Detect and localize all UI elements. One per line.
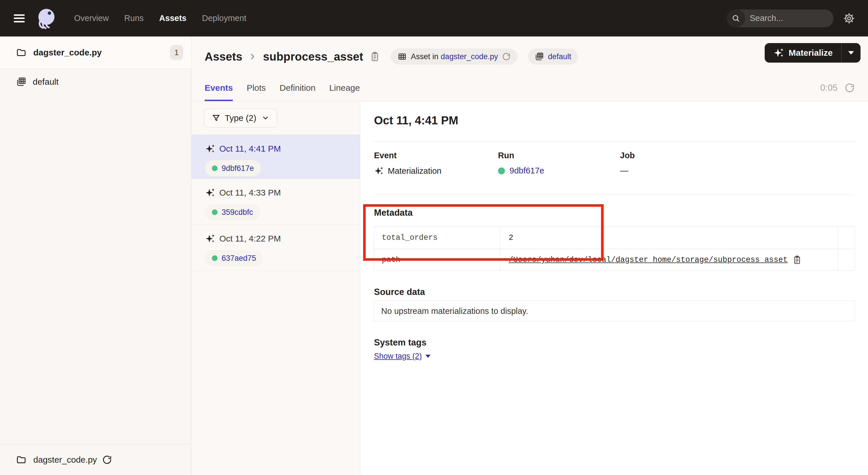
folder-icon bbox=[16, 455, 26, 465]
search-input[interactable] bbox=[745, 13, 834, 23]
event-timestamp-link[interactable]: Oct 11, 4:33 PM bbox=[219, 188, 281, 198]
materialize-dropdown-button[interactable] bbox=[842, 43, 861, 63]
tab-lineage[interactable]: Lineage bbox=[329, 83, 360, 101]
materialization-sparkle-icon bbox=[205, 234, 215, 244]
code-location-link[interactable]: dagster_code.py bbox=[441, 52, 498, 61]
nav-item-runs[interactable]: Runs bbox=[124, 13, 144, 23]
refresh-countdown: 0:05 bbox=[820, 83, 838, 93]
run-id-link[interactable]: 9dbf617e bbox=[509, 166, 544, 175]
asset-location-badge: Asset in dagster_code.py bbox=[391, 49, 518, 65]
asset-group-badge: default bbox=[528, 49, 578, 65]
source-data-heading: Source data bbox=[374, 287, 855, 297]
event-timestamp-link[interactable]: Oct 11, 4:41 PM bbox=[219, 144, 281, 154]
group-label: default bbox=[33, 77, 59, 87]
run-status-dot bbox=[498, 168, 505, 174]
chevron-right-icon bbox=[248, 52, 257, 61]
nav-item-assets[interactable]: Assets bbox=[159, 13, 187, 23]
metadata-key: path bbox=[374, 249, 501, 270]
event-type-value: Materialization bbox=[388, 166, 441, 176]
chevron-down-icon bbox=[261, 114, 270, 122]
events-list-panel: Type (2) Oct 11, 4:41 PM bbox=[191, 101, 360, 475]
top-nav: Overview Runs Assets Deployment / bbox=[0, 0, 868, 36]
event-detail-panel: Oct 11, 4:41 PM Event Materialization bbox=[360, 101, 868, 475]
run-status-dot bbox=[212, 209, 218, 215]
table-end-cell bbox=[838, 249, 855, 270]
materialization-sparkle-icon bbox=[374, 166, 384, 176]
system-tags-heading: System tags bbox=[374, 337, 855, 348]
sidebar: dagster_code.py 1 default dagster_code.p… bbox=[0, 36, 191, 475]
run-chip[interactable]: 637aed75 bbox=[205, 250, 263, 266]
bottom-code-location-label: dagster_code.py bbox=[33, 455, 97, 465]
materialize-split-button: Materialize bbox=[765, 43, 861, 63]
type-filter-label: Type (2) bbox=[225, 113, 256, 123]
asset-tabs: Events Plots Definition Lineage 0:05 bbox=[205, 83, 855, 101]
gear-icon[interactable] bbox=[843, 12, 855, 24]
event-label: Event bbox=[374, 151, 498, 160]
job-label: Job bbox=[620, 151, 855, 160]
nav-item-overview[interactable]: Overview bbox=[74, 13, 109, 23]
asset-header: Assets subprocess_asset bbox=[191, 36, 868, 101]
tab-events[interactable]: Events bbox=[205, 83, 233, 101]
event-detail-title: Oct 11, 4:41 PM bbox=[374, 114, 855, 127]
materialization-sparkle-icon bbox=[205, 187, 215, 198]
code-location-label: dagster_code.py bbox=[33, 48, 102, 57]
materialization-sparkle-icon bbox=[205, 144, 215, 154]
table-row: total_orders 2 bbox=[374, 227, 855, 249]
folder-icon bbox=[16, 48, 26, 58]
breadcrumb-assets-link[interactable]: Assets bbox=[205, 50, 242, 63]
main-panel: Assets subprocess_asset bbox=[191, 36, 868, 475]
table-end-cell bbox=[838, 227, 855, 249]
asset-count-badge: 1 bbox=[170, 45, 183, 60]
metadata-table: total_orders 2 path /Users/yuhan/dev/loc… bbox=[374, 227, 855, 271]
metadata-value: 2 bbox=[508, 234, 513, 242]
hamburger-menu-icon[interactable] bbox=[14, 14, 25, 22]
show-tags-label: Show tags (2) bbox=[374, 352, 422, 361]
group-link[interactable]: default bbox=[548, 52, 571, 61]
event-timestamp-link[interactable]: Oct 11, 4:22 PM bbox=[219, 234, 281, 243]
sidebar-item-group-default[interactable]: default bbox=[0, 69, 191, 95]
asset-group-icon bbox=[16, 77, 26, 87]
run-chip[interactable]: 9dbf617e bbox=[205, 160, 261, 176]
search-box[interactable]: / bbox=[727, 9, 834, 27]
run-status-dot bbox=[212, 166, 218, 171]
copy-path-icon[interactable] bbox=[792, 255, 802, 265]
run-chip[interactable]: 359cdbfc bbox=[205, 204, 260, 220]
asset-in-text: Asset in bbox=[411, 52, 438, 61]
asset-name: subprocess_asset bbox=[263, 50, 363, 63]
type-filter-button[interactable]: Type (2) bbox=[204, 109, 277, 127]
tab-plots[interactable]: Plots bbox=[247, 83, 266, 101]
run-status-dot bbox=[212, 255, 218, 261]
run-id-link: 637aed75 bbox=[222, 254, 256, 263]
metadata-path-link[interactable]: /Users/yuhan/dev/local/dagster_home/stor… bbox=[508, 256, 787, 264]
asset-grid-icon bbox=[398, 52, 407, 61]
event-list-item[interactable]: Oct 11, 4:33 PM 359cdbfc bbox=[191, 179, 360, 225]
search-icon bbox=[727, 9, 745, 27]
event-list-item[interactable]: Oct 11, 4:22 PM 637aed75 bbox=[191, 225, 360, 271]
nav-item-deployment[interactable]: Deployment bbox=[202, 13, 247, 23]
materialize-label: Materialize bbox=[789, 48, 833, 58]
show-tags-toggle[interactable]: Show tags (2) bbox=[374, 352, 431, 361]
sparkle-icon bbox=[773, 48, 784, 58]
sidebar-bottom-code-location[interactable]: dagster_code.py bbox=[0, 444, 191, 475]
funnel-icon bbox=[212, 113, 221, 123]
metadata-key: total_orders bbox=[374, 227, 501, 249]
primary-nav: Overview Runs Assets Deployment bbox=[74, 13, 246, 23]
refresh-icon[interactable] bbox=[844, 83, 855, 93]
group-grid-icon bbox=[535, 52, 544, 61]
sidebar-item-code-location[interactable]: dagster_code.py 1 bbox=[0, 36, 191, 69]
metadata-heading: Metadata bbox=[374, 208, 855, 218]
tab-definition[interactable]: Definition bbox=[280, 83, 315, 101]
caret-down-icon bbox=[425, 355, 431, 358]
job-value: — bbox=[620, 166, 628, 175]
materialize-button[interactable]: Materialize bbox=[765, 48, 841, 58]
run-label: Run bbox=[498, 151, 620, 160]
badge-reload-icon[interactable] bbox=[502, 52, 510, 61]
reload-code-location-icon[interactable] bbox=[102, 455, 112, 465]
run-id-link: 9dbf617e bbox=[222, 164, 254, 173]
dagster-logo[interactable] bbox=[34, 6, 58, 30]
event-list-item[interactable]: Oct 11, 4:41 PM 9dbf617e bbox=[191, 135, 360, 179]
caret-down-icon bbox=[848, 51, 854, 55]
run-id-link: 359cdbfc bbox=[222, 208, 253, 217]
table-row: path /Users/yuhan/dev/local/dagster_home… bbox=[374, 249, 855, 270]
copy-asset-name-icon[interactable] bbox=[369, 51, 380, 62]
